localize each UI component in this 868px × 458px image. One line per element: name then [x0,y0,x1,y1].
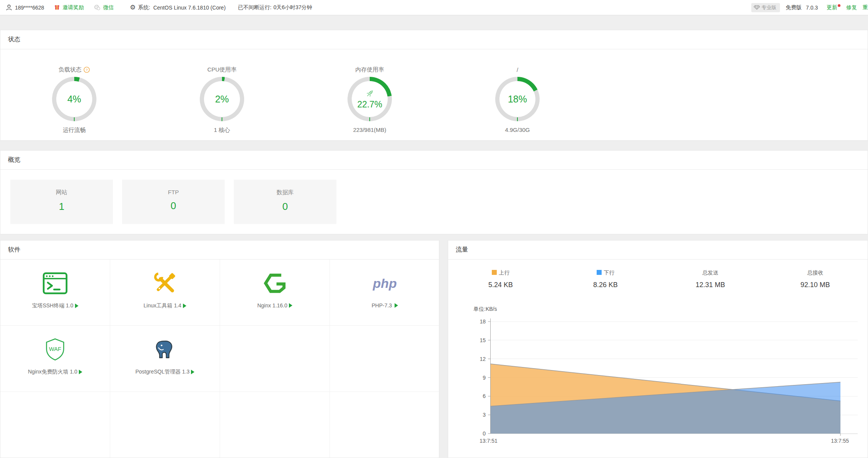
status-gauges: 负载状态 ? 4% 运行流畅 CPU使用率 2% 1 核心 [0,49,868,134]
run-icon[interactable] [79,370,82,374]
gauge-disk-ring: 18% [495,77,540,121]
pro-version-badge[interactable]: 专业版 [751,3,780,12]
system-value: CentOS Linux 7.6.1810 (Core) [153,5,225,11]
traffic-stat-total-received: 总接收 92.10 MB [763,270,868,289]
software-item-label: PostgreSQL管理器 1.3 [135,369,190,375]
status-panel-title: 状态 [0,30,868,49]
software-panel-title: 软件 [0,240,439,260]
run-icon[interactable] [289,303,292,308]
run-icon[interactable] [183,304,186,308]
traffic-stats: 上行 5.24 KB 下行 8.26 KB 总发送 12.31 MB 总接收 9… [448,270,868,289]
php-icon: php [373,270,396,297]
gauge-memory-sub: 223/981(MB) [353,127,387,133]
traffic-received-value: 92.10 MB [763,281,868,289]
invite-reward-link[interactable]: 邀请奖励 [54,4,84,11]
postgresql-icon [154,336,176,363]
gauge-disk-root: / 18% 4.9G/30G [444,65,591,134]
gauge-memory-value: 22.7% [357,99,382,110]
gear-icon: ⚙ [130,4,135,11]
gauge-load-ring: 4% [52,77,96,121]
gauge-load-sub: 运行流畅 [63,127,86,134]
software-item-postgresql[interactable]: PostgreSQL管理器 1.3 [110,326,220,392]
overview-card-ftp[interactable]: FTP 0 [122,180,225,224]
software-item-label: Nginx 1.16.0 [257,302,287,309]
gauge-cpu-title: CPU使用率 [207,66,237,73]
gauge-disk-value: 18% [508,94,527,105]
gauge-cpu: CPU使用率 2% 1 核心 [148,65,296,134]
software-item-php[interactable]: php PHP-7.3 [330,260,439,326]
svg-text:3: 3 [483,412,486,418]
update-link[interactable]: 更新 [827,4,840,11]
software-item-linux-toolbox[interactable]: Linux工具箱 1.4 [110,260,220,326]
overview-card-database[interactable]: 数据库 0 [234,180,336,224]
traffic-stat-down: 下行 8.26 KB [553,270,658,289]
svg-text:9: 9 [483,375,486,381]
down-legend-swatch [597,270,602,275]
traffic-stat-total-sent: 总发送 12.31 MB [658,270,763,289]
overview-panel: 概览 网站 1 FTP 0 数据库 0 [0,150,868,234]
traffic-up-value: 5.24 KB [448,281,553,289]
system-info: ⚙ 系统: CentOS Linux 7.6.1810 (Core) [130,4,225,11]
gauge-memory: 内存使用率 22.7% 22 [296,65,444,134]
run-icon[interactable] [191,370,194,374]
gauge-memory-title: 内存使用率 [356,66,384,73]
chart-unit-label: 单位:KB/s [473,306,868,313]
up-legend-swatch [492,270,497,275]
overview-card-value: 0 [122,200,225,212]
terminal-icon [42,270,68,297]
overview-card-sites[interactable]: 网站 1 [10,180,113,224]
waf-shield-icon: WAF [44,336,66,363]
svg-text:13:7:55: 13:7:55 [831,438,849,444]
restart-link[interactable]: 重启 [863,4,868,11]
svg-text:6: 6 [483,393,486,399]
traffic-area-chart: 036912151813:7:5113:7:55 [463,315,865,447]
traffic-down-value: 8.26 KB [553,281,658,289]
software-item-nginx[interactable]: Nginx 1.16.0 [220,260,330,326]
overview-card-value: 0 [234,201,336,213]
gauge-load-value: 4% [67,94,81,105]
software-cell-empty [220,392,330,458]
traffic-panel: 流量 上行 5.24 KB 下行 8.26 KB 总发送 12.31 MB 总接… [448,240,868,458]
uptime-label: 已不间断运行: [238,4,272,11]
software-cell-empty [110,392,220,458]
overview-card-label: 数据库 [234,189,336,196]
software-item-nginx-waf[interactable]: WAF Nginx免费防火墙 1.0 [0,326,110,392]
user-account[interactable]: 189****6628 [5,4,44,11]
svg-text:12: 12 [480,356,486,362]
traffic-panel-title: 流量 [448,240,868,260]
software-item-label: Linux工具箱 1.4 [144,302,181,309]
repair-link[interactable]: 修复 [846,4,857,11]
gauge-cpu-ring: 2% [200,77,244,121]
run-icon[interactable] [395,303,398,308]
software-cell-empty [220,326,330,392]
gift-icon [54,4,60,11]
gauge-disk-title: / [517,67,518,73]
help-icon[interactable]: ? [83,67,90,73]
user-icon [5,4,13,11]
nginx-icon [263,270,287,297]
wechat-icon [94,4,101,11]
software-item-ssh-terminal[interactable]: 宝塔SSH终端 1.0 [0,260,110,326]
software-cell-empty [0,392,110,458]
svg-text:WAF: WAF [49,346,61,352]
overview-panel-title: 概览 [0,151,868,170]
svg-text:15: 15 [480,337,486,343]
svg-text:18: 18 [480,318,486,325]
software-cell-empty [330,392,439,458]
svg-text:?: ? [86,68,88,71]
software-item-label: 宝塔SSH终端 1.0 [32,302,73,309]
pro-badge-label: 专业版 [762,4,777,11]
status-panel: 状态 负载状态 ? 4% 运行流畅 CPU使用率 2% [0,30,868,141]
software-cell-empty [330,326,439,392]
gauge-load-title: 负载状态 [59,66,82,73]
gauge-memory-ring: 22.7% [348,77,392,121]
run-icon[interactable] [75,304,78,308]
wechat-link[interactable]: 微信 [94,4,114,11]
wechat-label: 微信 [103,4,114,11]
overview-card-label: FTP [122,189,225,195]
traffic-stat-up: 上行 5.24 KB [448,270,553,289]
software-item-label: PHP-7.3 [372,302,392,309]
gauge-tick [74,117,75,121]
software-item-label: Nginx免费防火墙 1.0 [28,369,77,375]
system-label: 系统: [138,4,150,11]
